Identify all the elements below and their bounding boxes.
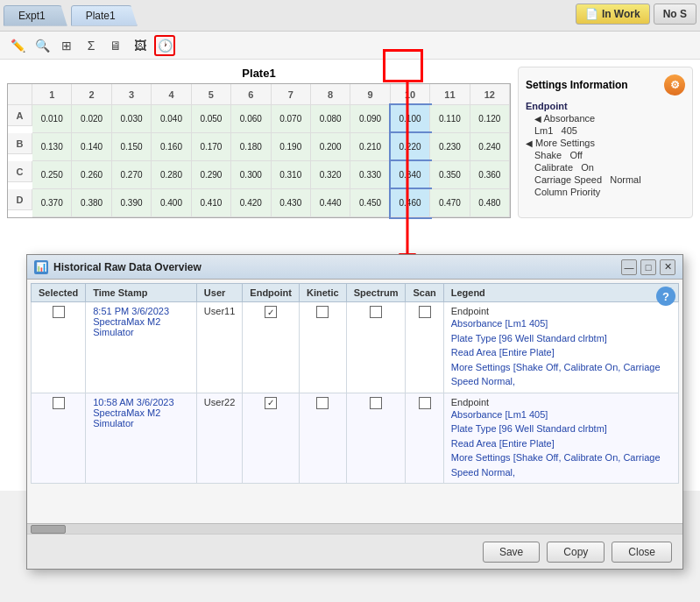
image-tool-button[interactable]: 🖼 — [130, 35, 151, 56]
scan-checkbox-0[interactable] — [406, 302, 443, 393]
kinetic-checkbox-0[interactable] — [299, 302, 346, 393]
toolbar: ✏️ 🔍 ⊞ Σ 🖥 🖼 🕐 — [0, 32, 700, 60]
select-checkbox-0[interactable] — [32, 302, 86, 393]
sigma-tool-button[interactable]: Σ — [81, 35, 102, 56]
endpoint-checkbox-0[interactable]: ✓ — [243, 302, 300, 393]
cell-D1[interactable]: 0.370 — [32, 189, 72, 217]
cell-C1[interactable]: 0.250 — [32, 161, 72, 189]
dialog-titlebar: 📊 Historical Raw Data Overview — □ ✕ — [27, 255, 682, 280]
cell-A3[interactable]: 0.030 — [112, 105, 152, 133]
cell-A9[interactable]: 0.090 — [350, 105, 390, 133]
col-header-10: 10 — [391, 84, 430, 105]
cell-A11[interactable]: 0.110 — [430, 105, 470, 133]
dialog-footer: Save Copy Close — [27, 534, 682, 569]
cell-C2[interactable]: 0.260 — [72, 161, 111, 189]
doc-icon: 📄 — [585, 8, 598, 20]
cell-D2[interactable]: 0.380 — [72, 189, 111, 217]
dialog-close-x-button[interactable]: ✕ — [660, 259, 675, 275]
cell-C12[interactable]: 0.360 — [470, 161, 510, 189]
spectrum-checkbox-0[interactable] — [346, 302, 406, 393]
cell-C4[interactable]: 0.280 — [152, 161, 191, 189]
cell-A7[interactable]: 0.070 — [272, 105, 311, 133]
col-header-3: 3 — [112, 84, 152, 105]
cell-D9[interactable]: 0.450 — [350, 189, 390, 217]
cell-B7[interactable]: 0.190 — [272, 133, 311, 161]
inwork-label: In Work — [602, 8, 640, 20]
top-bar: 📄 In Work No S — [572, 0, 700, 28]
cell-A2[interactable]: 0.020 — [72, 105, 111, 133]
dialog-scrollbar[interactable] — [27, 523, 682, 534]
endpoint-checkbox-1[interactable]: ✓ — [243, 393, 300, 484]
save-button[interactable]: Save — [483, 542, 540, 563]
cell-D12[interactable]: 0.480 — [470, 189, 510, 217]
kinetic-checkbox-1[interactable] — [299, 393, 346, 484]
endpoint-label: Endpoint — [526, 101, 568, 111]
carriage-speed-row: Carriage Speed Normal — [526, 174, 685, 185]
plate-tab[interactable]: Plate1 — [71, 5, 138, 26]
cell-B10[interactable]: 0.220 — [391, 133, 430, 161]
cell-B9[interactable]: 0.210 — [350, 133, 390, 161]
cell-A12[interactable]: 0.120 — [470, 105, 510, 133]
monitor-tool-button[interactable]: 🖥 — [105, 35, 126, 56]
settings-gear-icon[interactable]: ⚙ — [664, 74, 685, 96]
dialog-minimize-button[interactable]: — — [621, 259, 637, 275]
scrollbar-thumb[interactable] — [31, 525, 66, 534]
inwork-button[interactable]: 📄 In Work — [576, 4, 650, 25]
cell-B11[interactable]: 0.230 — [430, 133, 470, 161]
cell-B12[interactable]: 0.240 — [470, 133, 510, 161]
cell-C6[interactable]: 0.300 — [231, 161, 271, 189]
cell-B6[interactable]: 0.180 — [231, 133, 271, 161]
dialog-title-text: Historical Raw Data Overview — [53, 261, 616, 273]
cell-B4[interactable]: 0.160 — [152, 133, 191, 161]
cell-D11[interactable]: 0.470 — [430, 189, 470, 217]
cell-A4[interactable]: 0.040 — [152, 105, 191, 133]
copy-button[interactable]: Copy — [547, 542, 605, 563]
cell-C5[interactable]: 0.290 — [192, 161, 231, 189]
search-tool-button[interactable]: 🔍 — [32, 35, 53, 56]
cell-A8[interactable]: 0.080 — [311, 105, 350, 133]
calibrate-value: On — [581, 162, 594, 173]
cell-C9[interactable]: 0.330 — [350, 161, 390, 189]
select-checkbox-1[interactable] — [32, 393, 86, 484]
cell-A6[interactable]: 0.060 — [231, 105, 271, 133]
cell-D7[interactable]: 0.430 — [272, 189, 311, 217]
cell-B2[interactable]: 0.140 — [72, 133, 111, 161]
cell-C11[interactable]: 0.350 — [430, 161, 470, 189]
cell-D6[interactable]: 0.420 — [231, 189, 271, 217]
cell-D5[interactable]: 0.410 — [192, 189, 231, 217]
cell-A5[interactable]: 0.050 — [192, 105, 231, 133]
more-settings-row: ◀ More Settings — [526, 138, 685, 148]
cell-C10[interactable]: 0.340 — [391, 161, 430, 189]
col-header-8: 8 — [311, 84, 350, 105]
dialog-help-button[interactable]: ? — [656, 287, 675, 306]
scan-checkbox-1[interactable] — [406, 393, 443, 484]
cell-D3[interactable]: 0.390 — [112, 189, 152, 217]
col-header-4: 4 — [152, 84, 191, 105]
cell-B5[interactable]: 0.170 — [192, 133, 231, 161]
spectrum-checkbox-1[interactable] — [346, 393, 406, 484]
pencil-tool-button[interactable]: ✏️ — [7, 35, 28, 56]
expt-tab[interactable]: Expt1 — [4, 5, 67, 26]
close-button[interactable]: Close — [612, 542, 672, 563]
col-header-scan: Scan — [406, 284, 443, 302]
cell-C7[interactable]: 0.310 — [272, 161, 311, 189]
cell-B3[interactable]: 0.150 — [112, 133, 152, 161]
table-row: 8:51 PM 3/6/2023SpectraMax M2 SimulatorU… — [32, 302, 679, 393]
nos-button[interactable]: No S — [654, 4, 696, 25]
cell-C3[interactable]: 0.270 — [112, 161, 152, 189]
col-header-1: 1 — [32, 84, 72, 105]
cell-A1[interactable]: 0.010 — [32, 105, 72, 133]
cell-B8[interactable]: 0.200 — [311, 133, 350, 161]
history-tool-button[interactable]: 🕐 — [154, 35, 175, 56]
legend-line-0-4: More Settings [Shake Off, Calibrate On, … — [451, 360, 671, 389]
cell-D10[interactable]: 0.460 — [391, 189, 430, 217]
cell-D4[interactable]: 0.400 — [152, 189, 191, 217]
dialog-maximize-button[interactable]: □ — [640, 259, 656, 275]
cell-D8[interactable]: 0.440 — [311, 189, 350, 217]
user-cell-1: User22 — [196, 393, 242, 484]
cell-C8[interactable]: 0.320 — [311, 161, 350, 189]
grid-tool-button[interactable]: ⊞ — [56, 35, 77, 56]
cell-A10[interactable]: 0.100 — [391, 105, 430, 133]
legend-line-1-0: Endpoint — [451, 397, 671, 407]
cell-B1[interactable]: 0.130 — [32, 133, 72, 161]
